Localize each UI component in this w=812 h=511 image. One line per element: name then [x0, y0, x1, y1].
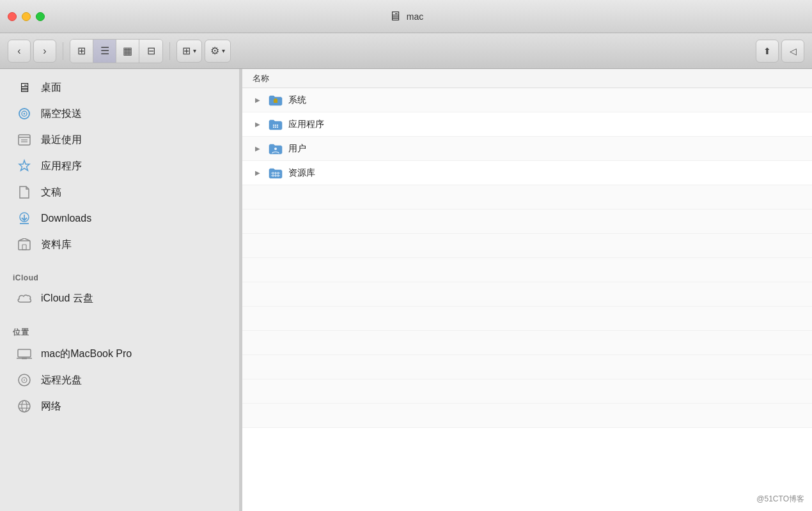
- svg-point-2: [24, 113, 26, 115]
- airdrop-icon: [15, 105, 33, 123]
- sidebar-item-recents[interactable]: 最近使用: [5, 127, 234, 153]
- sidebar-item-network[interactable]: 网络: [5, 393, 234, 419]
- file-row-empty-7: [242, 331, 812, 355]
- file-name-users: 用户: [288, 143, 306, 155]
- group-icon: ⊞: [182, 45, 191, 57]
- file-row-applications[interactable]: ▶ 应用程序: [242, 112, 812, 137]
- svg-point-24: [275, 124, 276, 125]
- desktop-icon: 🖥: [15, 79, 33, 96]
- tag-icon: ◁: [790, 46, 797, 56]
- file-row-empty-4: [242, 258, 812, 282]
- tag-button[interactable]: ◁: [781, 40, 804, 63]
- sidebar-item-airdrop[interactable]: 隔空投送: [5, 101, 234, 126]
- icon-view-button[interactable]: ⊞: [70, 40, 93, 63]
- minimize-button[interactable]: [22, 12, 31, 21]
- file-row-empty-9: [242, 379, 812, 404]
- sidebar-section-locations: 位置: [0, 319, 239, 340]
- svg-point-19: [22, 400, 27, 412]
- list-view-button[interactable]: ☰: [93, 40, 116, 63]
- file-row-system[interactable]: ▶ 系统: [242, 88, 812, 112]
- sidebar-item-remote-disk[interactable]: 远程光盘: [5, 367, 234, 393]
- back-icon: ‹: [17, 45, 20, 57]
- downloads-icon: [15, 210, 33, 227]
- share-icon: ⬆: [763, 46, 771, 56]
- sidebar-label-remote-disk: 远程光盘: [41, 374, 82, 387]
- toolbar: ‹ › ⊞ ☰ ▦ ⊟ ⊞ ▾ ⚙ ▾ ⬆ ◁: [0, 33, 812, 69]
- icloud-drive-icon: [15, 289, 33, 307]
- back-button[interactable]: ‹: [8, 40, 31, 63]
- maximize-button[interactable]: [36, 12, 45, 21]
- file-row-empty-2: [242, 210, 812, 234]
- sidebar-label-applications: 应用程序: [41, 160, 82, 173]
- svg-point-23: [273, 124, 274, 125]
- svg-rect-11: [22, 245, 26, 250]
- folder-icon-system: [268, 93, 283, 108]
- share-button[interactable]: ⬆: [756, 40, 779, 63]
- sidebar-label-icloud-drive: iCloud 云盘: [41, 292, 93, 305]
- library-icon: [15, 236, 33, 254]
- sidebar-label-airdrop: 隔空投送: [41, 107, 82, 121]
- settings-dropdown[interactable]: ⚙ ▾: [205, 40, 231, 63]
- traffic-lights: [8, 12, 45, 21]
- forward-button[interactable]: ›: [33, 40, 56, 63]
- sidebar-item-icloud-drive[interactable]: iCloud 云盘: [5, 286, 234, 311]
- file-list-header: 名称: [242, 69, 812, 88]
- folder-icon-library: [268, 165, 283, 181]
- svg-point-17: [24, 379, 25, 381]
- expand-arrow-applications[interactable]: ▶: [253, 119, 263, 130]
- sidebar-label-mac-macbook: mac的MacBook Pro: [41, 347, 132, 361]
- sidebar-label-library: 资料库: [41, 238, 72, 252]
- remote-disk-icon: [15, 371, 33, 389]
- folder-icon-applications: [268, 117, 283, 132]
- group-dropdown[interactable]: ⊞ ▾: [176, 40, 202, 63]
- column-view-icon: ▦: [123, 45, 132, 57]
- view-mode-group: ⊞ ☰ ▦ ⊟: [70, 39, 163, 63]
- sidebar-item-documents[interactable]: 文稿: [5, 179, 234, 205]
- toolbar-separator-2: [169, 42, 170, 60]
- gallery-view-button[interactable]: ⊟: [139, 40, 162, 63]
- svg-rect-10: [19, 241, 30, 250]
- recents-icon: [15, 131, 33, 149]
- documents-icon: [15, 183, 33, 201]
- file-row-library[interactable]: ▶ 资源库: [242, 161, 812, 185]
- close-button[interactable]: [8, 12, 17, 21]
- sidebar-item-library[interactable]: 资料库: [5, 232, 234, 257]
- gallery-view-icon: ⊟: [147, 45, 155, 57]
- expand-arrow-users[interactable]: ▶: [253, 144, 263, 154]
- applications-icon: [15, 157, 33, 175]
- sidebar-item-desktop[interactable]: 🖥 桌面: [5, 75, 234, 100]
- expand-arrow-library[interactable]: ▶: [253, 168, 263, 178]
- icon-view-icon: ⊞: [77, 45, 86, 57]
- column-view-button[interactable]: ▦: [116, 40, 139, 63]
- forward-icon: ›: [43, 45, 46, 57]
- expand-arrow-system[interactable]: ▶: [253, 95, 263, 105]
- sidebar-item-applications[interactable]: 应用程序: [5, 153, 234, 179]
- file-name-applications: 应用程序: [288, 119, 324, 130]
- network-icon: [15, 397, 33, 415]
- toolbar-separator-1: [63, 42, 63, 60]
- sidebar-label-documents: 文稿: [41, 186, 61, 199]
- file-name-system: 系统: [288, 95, 306, 106]
- svg-point-18: [19, 400, 30, 412]
- file-row-empty-10: [242, 404, 812, 428]
- svg-point-29: [274, 148, 277, 150]
- name-column-header: 名称: [253, 73, 269, 84]
- file-row-empty-1: [242, 185, 812, 210]
- sidebar-item-mac-macbook[interactable]: mac的MacBook Pro: [5, 341, 234, 367]
- svg-point-28: [277, 126, 278, 127]
- hdd-icon: 🖥: [389, 9, 402, 24]
- sidebar-label-downloads: Downloads: [41, 213, 91, 224]
- file-row-empty-5: [242, 282, 812, 307]
- file-row-empty-8: [242, 355, 812, 379]
- file-row-empty-6: [242, 307, 812, 331]
- file-row-users[interactable]: ▶ 用户: [242, 137, 812, 161]
- svg-rect-12: [18, 349, 31, 357]
- file-name-library: 资源库: [288, 167, 315, 179]
- sidebar-item-downloads[interactable]: Downloads: [5, 206, 234, 231]
- settings-arrow-icon: ▾: [222, 47, 225, 54]
- svg-rect-22: [274, 100, 277, 103]
- dropdown-arrow-icon: ▾: [193, 47, 196, 54]
- gear-icon: ⚙: [210, 45, 219, 57]
- svg-point-26: [273, 126, 274, 127]
- watermark: @51CTO博客: [756, 494, 804, 505]
